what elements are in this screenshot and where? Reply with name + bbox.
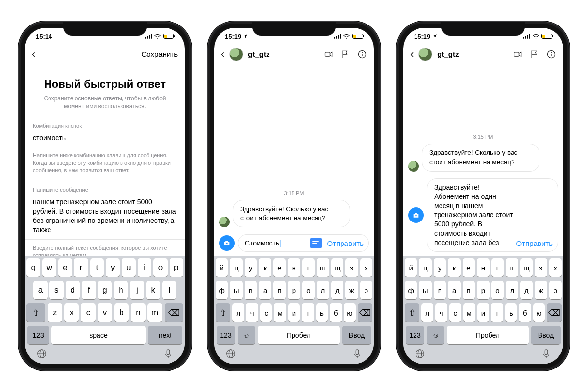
compose-input[interactable]: Стоимость Отправить: [238, 234, 369, 252]
shift-key[interactable]: ⇧: [26, 303, 45, 322]
key-ы[interactable]: ы: [419, 281, 431, 299]
key-я[interactable]: я: [421, 303, 433, 322]
next-key[interactable]: next: [148, 326, 182, 344]
key-ь[interactable]: ь: [505, 303, 517, 322]
key-d[interactable]: d: [66, 281, 80, 299]
camera-button[interactable]: [408, 207, 424, 223]
emoji-key[interactable]: ☺: [427, 326, 444, 344]
quick-reply-button[interactable]: [310, 238, 322, 248]
globe-icon[interactable]: [36, 348, 47, 359]
key-а[interactable]: а: [259, 281, 271, 299]
key-м[interactable]: м: [463, 303, 475, 322]
key-u[interactable]: u: [122, 258, 135, 277]
avatar[interactable]: [418, 48, 432, 61]
key-a[interactable]: a: [33, 281, 48, 299]
key-г[interactable]: г: [302, 258, 315, 277]
key-m[interactable]: m: [147, 303, 162, 322]
key-ф[interactable]: ф: [216, 281, 228, 299]
info-icon[interactable]: [546, 49, 556, 59]
key-v[interactable]: v: [98, 303, 112, 322]
enter-key[interactable]: Ввод: [531, 326, 561, 344]
key-л[interactable]: л: [317, 281, 329, 299]
key-в[interactable]: в: [434, 281, 446, 299]
key-с[interactable]: с: [260, 303, 272, 322]
back-button[interactable]: ‹: [410, 48, 414, 61]
key-ч[interactable]: ч: [246, 303, 258, 322]
flag-icon[interactable]: [341, 49, 350, 59]
mic-icon[interactable]: [352, 348, 363, 359]
key-i[interactable]: i: [138, 258, 151, 277]
key-k[interactable]: k: [146, 281, 160, 299]
key-r[interactable]: r: [74, 258, 88, 277]
mic-icon[interactable]: [541, 348, 552, 359]
key-е[interactable]: е: [463, 258, 475, 277]
key-к[interactable]: к: [259, 258, 271, 277]
emoji-key[interactable]: ☺: [238, 326, 255, 344]
key-ь[interactable]: ь: [316, 303, 328, 322]
key-g[interactable]: g: [98, 281, 112, 299]
key-э[interactable]: э: [360, 281, 372, 299]
keyboard[interactable]: qwertyuiop asdfghjkl ⇧ zxcvbnm ⌫ 123 spa…: [25, 256, 185, 364]
shift-key[interactable]: ⇧: [405, 303, 419, 322]
back-button[interactable]: ‹: [32, 48, 35, 61]
key-у[interactable]: у: [245, 258, 257, 277]
key-а[interactable]: а: [448, 281, 460, 299]
key-z[interactable]: z: [48, 303, 62, 322]
video-call-icon[interactable]: [324, 49, 334, 59]
key-o[interactable]: o: [153, 258, 167, 277]
key-о[interactable]: о: [302, 281, 315, 299]
key-e[interactable]: e: [58, 258, 72, 277]
key-ш[interactable]: ш: [317, 258, 329, 277]
key-т[interactable]: т: [302, 303, 314, 322]
shift-key[interactable]: ⇧: [216, 303, 230, 322]
message-input[interactable]: нашем тренажерном зале стоит 5000 рублей…: [25, 196, 185, 240]
back-button[interactable]: ‹: [221, 48, 224, 61]
key-й[interactable]: й: [405, 258, 417, 277]
backspace-key[interactable]: ⌫: [547, 303, 562, 322]
key-щ[interactable]: щ: [520, 258, 533, 277]
key-ю[interactable]: ю: [533, 303, 545, 322]
key-p[interactable]: p: [170, 258, 183, 277]
space-key[interactable]: space: [51, 326, 146, 344]
key-х[interactable]: х: [360, 258, 372, 277]
globe-icon[interactable]: [225, 348, 236, 359]
key-п[interactable]: п: [273, 281, 286, 299]
username[interactable]: gt_gtz: [248, 50, 270, 58]
key-у[interactable]: у: [434, 258, 446, 277]
key-в[interactable]: в: [245, 281, 257, 299]
globe-icon[interactable]: [415, 348, 425, 359]
key-c[interactable]: c: [81, 303, 96, 322]
key-е[interactable]: е: [273, 258, 286, 277]
numbers-key[interactable]: 123: [27, 326, 49, 344]
key-з[interactable]: з: [535, 258, 547, 277]
key-б[interactable]: б: [330, 303, 342, 322]
key-ы[interactable]: ы: [230, 281, 242, 299]
key-й[interactable]: й: [216, 258, 228, 277]
key-щ[interactable]: щ: [331, 258, 343, 277]
key-ц[interactable]: ц: [230, 258, 242, 277]
key-о[interactable]: о: [491, 281, 504, 299]
key-с[interactable]: с: [449, 303, 461, 322]
key-г[interactable]: г: [491, 258, 504, 277]
key-ж[interactable]: ж: [535, 281, 547, 299]
key-б[interactable]: б: [519, 303, 531, 322]
mic-icon[interactable]: [163, 348, 173, 359]
send-button[interactable]: Отправить: [514, 239, 555, 247]
key-п[interactable]: п: [463, 281, 475, 299]
key-х[interactable]: х: [549, 258, 562, 277]
numbers-key[interactable]: 123: [217, 326, 235, 344]
key-д[interactable]: д: [331, 281, 343, 299]
key-и[interactable]: и: [288, 303, 300, 322]
send-button[interactable]: Отправить: [325, 239, 366, 247]
key-f[interactable]: f: [82, 281, 96, 299]
key-y[interactable]: y: [106, 258, 120, 277]
avatar[interactable]: [229, 48, 243, 61]
key-я[interactable]: я: [232, 303, 244, 322]
shortcut-input[interactable]: стоимость: [25, 132, 185, 147]
enter-key[interactable]: Ввод: [342, 326, 371, 344]
username[interactable]: gt_gtz: [437, 50, 459, 58]
key-к[interactable]: к: [448, 258, 460, 277]
key-j[interactable]: j: [130, 281, 144, 299]
compose-input[interactable]: Здравствуйте! Абонемент на один месяц в …: [427, 178, 558, 252]
key-n[interactable]: n: [131, 303, 146, 322]
